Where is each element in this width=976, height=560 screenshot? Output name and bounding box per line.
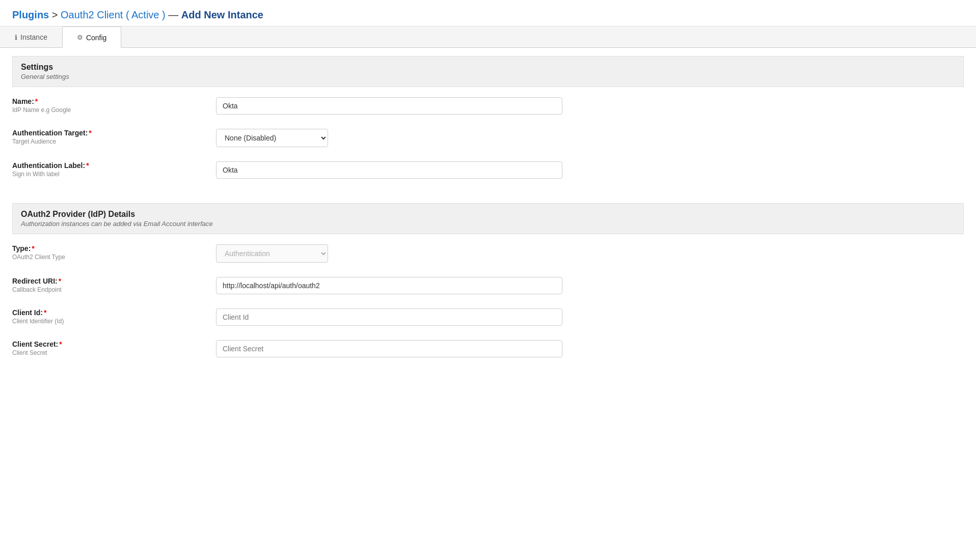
client-id-required: *: [44, 309, 46, 317]
auth-target-control-col: None (Disabled) Web API Both: [216, 129, 562, 147]
type-required: *: [32, 244, 34, 253]
auth-label-control-col: [216, 161, 562, 179]
auth-label-field-row: Authentication Label:* Sign in With labe…: [12, 161, 964, 179]
tabs-bar: ℹ Instance ⚙ Config: [0, 26, 976, 48]
tab-instance[interactable]: ℹ Instance: [0, 26, 62, 47]
settings-section-title: Settings: [21, 63, 955, 72]
auth-label-label: Authentication Label:*: [12, 161, 206, 170]
plugin-name[interactable]: Oauth2 Client ( Active ): [61, 9, 166, 20]
client-id-control-col: [216, 309, 562, 326]
main-content: Settings General settings Name:* IdP Nam…: [0, 56, 976, 402]
page-header: Plugins > Oauth2 Client ( Active ) — Add…: [0, 0, 976, 26]
breadcrumb: Plugins > Oauth2 Client ( Active ) — Add…: [12, 9, 964, 21]
client-secret-label-col: Client Secret:* Client Secret: [12, 340, 216, 356]
breadcrumb-sep1: >: [52, 9, 61, 20]
plugins-link[interactable]: Plugins: [12, 9, 49, 20]
auth-target-label: Authentication Target:*: [12, 129, 206, 137]
auth-target-hint: Target Audience: [12, 138, 206, 145]
redirect-uri-required: *: [59, 277, 61, 285]
redirect-uri-input[interactable]: [216, 277, 562, 294]
name-label-col: Name:* IdP Name e.g Google: [12, 97, 216, 114]
client-id-hint: Client Identifier (Id): [12, 318, 206, 325]
name-input[interactable]: [216, 97, 562, 115]
name-required: *: [35, 97, 38, 105]
redirect-uri-label: Redirect URI:*: [12, 277, 206, 285]
add-new-label: Add New Intance: [181, 9, 263, 20]
name-label: Name:*: [12, 97, 206, 105]
client-secret-label: Client Secret:*: [12, 340, 206, 348]
tab-instance-label: Instance: [20, 33, 47, 41]
auth-target-field-row: Authentication Target:* Target Audience …: [12, 129, 964, 147]
client-id-field-row: Client Id:* Client Identifier (Id): [12, 309, 964, 326]
auth-label-required: *: [86, 161, 89, 170]
oauth2-section-header: OAuth2 Provider (IdP) Details Authorizat…: [12, 203, 964, 234]
auth-label-input[interactable]: [216, 161, 562, 179]
client-secret-control-col: [216, 340, 562, 357]
oauth2-section-subtitle: Authorization instances can be added via…: [21, 220, 955, 228]
auth-target-label-col: Authentication Target:* Target Audience: [12, 129, 216, 145]
type-hint: OAuth2 Client Type: [12, 254, 206, 261]
type-control-col: Authentication Authorization: [216, 244, 562, 263]
breadcrumb-sep2: —: [168, 9, 181, 20]
auth-label-hint: Sign in With label: [12, 171, 206, 178]
client-id-label: Client Id:*: [12, 309, 206, 317]
tab-config-label: Config: [86, 34, 106, 42]
gear-icon: ⚙: [77, 34, 83, 41]
tab-config[interactable]: ⚙ Config: [62, 26, 121, 48]
client-id-input[interactable]: [216, 309, 562, 326]
settings-section-subtitle: General settings: [21, 73, 955, 80]
client-secret-field-row: Client Secret:* Client Secret: [12, 340, 964, 357]
redirect-uri-control-col: [216, 277, 562, 294]
name-control-col: [216, 97, 562, 115]
redirect-uri-field-row: Redirect URI:* Callback Endpoint: [12, 277, 964, 294]
auth-label-label-col: Authentication Label:* Sign in With labe…: [12, 161, 216, 178]
redirect-uri-hint: Callback Endpoint: [12, 286, 206, 293]
settings-section-header: Settings General settings: [12, 56, 964, 87]
type-select[interactable]: Authentication Authorization: [216, 244, 328, 263]
type-field-row: Type:* OAuth2 Client Type Authentication…: [12, 244, 964, 263]
type-label-col: Type:* OAuth2 Client Type: [12, 244, 216, 261]
oauth2-form: Type:* OAuth2 Client Type Authentication…: [12, 234, 964, 382]
client-secret-hint: Client Secret: [12, 349, 206, 356]
client-secret-required: *: [59, 340, 62, 348]
auth-target-required: *: [89, 129, 91, 137]
info-icon: ℹ: [15, 34, 17, 41]
redirect-uri-label-col: Redirect URI:* Callback Endpoint: [12, 277, 216, 293]
name-hint: IdP Name e.g Google: [12, 106, 206, 114]
type-label: Type:*: [12, 244, 206, 253]
oauth2-section-title: OAuth2 Provider (IdP) Details: [21, 210, 955, 219]
client-id-label-col: Client Id:* Client Identifier (Id): [12, 309, 216, 325]
name-field-row: Name:* IdP Name e.g Google: [12, 97, 964, 115]
auth-target-select[interactable]: None (Disabled) Web API Both: [216, 129, 328, 147]
settings-form: Name:* IdP Name e.g Google Authenticatio…: [12, 87, 964, 203]
client-secret-input[interactable]: [216, 340, 562, 357]
